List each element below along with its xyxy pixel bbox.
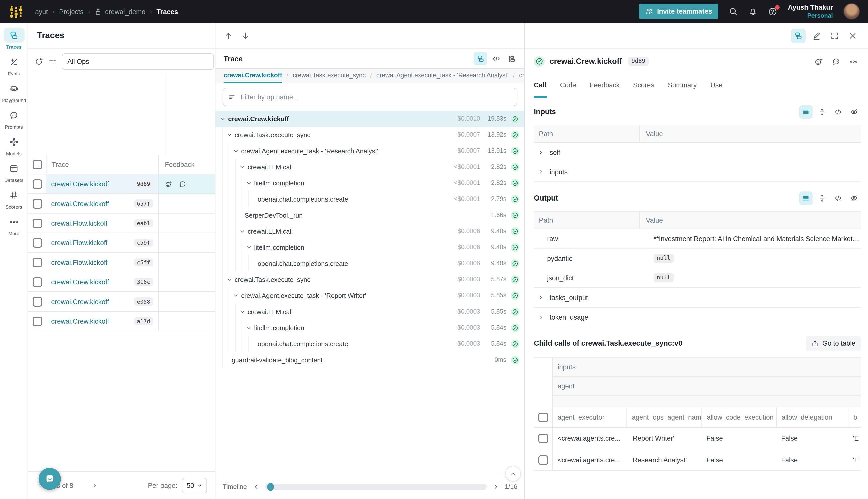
call-tree-node[interactable]: crewai.Agent.execute_task - 'Research An… bbox=[215, 143, 524, 159]
row-checkbox[interactable] bbox=[33, 238, 42, 247]
kv-row[interactable]: self bbox=[534, 143, 861, 162]
add-comment-button[interactable] bbox=[179, 180, 186, 188]
timeline-slider[interactable] bbox=[265, 484, 486, 490]
collapse-toggle[interactable] bbox=[220, 115, 227, 122]
tab-feedback[interactable]: Feedback bbox=[590, 74, 620, 98]
wandb-logo-icon[interactable] bbox=[8, 4, 25, 19]
row-checkbox[interactable] bbox=[538, 434, 548, 443]
expand-row-button[interactable] bbox=[538, 149, 546, 155]
column-header[interactable]: b bbox=[848, 407, 861, 427]
sidebar-item-prompts[interactable]: Prompts bbox=[1, 108, 27, 130]
expand-row-button[interactable] bbox=[538, 314, 546, 320]
prev-trace-button[interactable] bbox=[224, 32, 233, 40]
column-settings-button[interactable] bbox=[48, 57, 57, 65]
call-tree-node[interactable]: SerperDevTool._run1.66s bbox=[215, 207, 524, 223]
sidebar-item-playground[interactable]: Playground bbox=[1, 81, 27, 103]
call-tree-node[interactable]: openai.chat.completions.create$0.00035.8… bbox=[215, 336, 524, 352]
column-header[interactable]: allow_delegation bbox=[776, 407, 848, 427]
collapse-toggle[interactable] bbox=[233, 292, 240, 299]
call-tree-node[interactable]: crewai.Task.execute_sync$0.000713.92s bbox=[215, 126, 524, 143]
notifications-button[interactable] bbox=[749, 7, 758, 16]
row-checkbox[interactable] bbox=[33, 316, 42, 326]
trace-link[interactable]: crewai.Crew.kickoff bbox=[51, 298, 109, 305]
tree-view-button[interactable] bbox=[791, 28, 806, 43]
per-page-select[interactable]: 50 bbox=[182, 478, 207, 493]
hide-values-button[interactable] bbox=[847, 105, 861, 118]
kv-row[interactable]: raw**Investment Report: AI in Chemical a… bbox=[534, 229, 861, 249]
tab-use[interactable]: Use bbox=[710, 74, 722, 98]
call-tree-node[interactable]: litellm.completion$0.00035.84s bbox=[215, 320, 524, 336]
table-row[interactable]: crewai.Crew.kickoff9d89 bbox=[28, 174, 215, 194]
expand-rows-button[interactable] bbox=[815, 105, 829, 118]
row-checkbox[interactable] bbox=[33, 257, 42, 267]
row-checkbox[interactable] bbox=[33, 199, 42, 208]
call-tree-node[interactable]: crewai.Crew.kickoff$0.001019.83s bbox=[215, 111, 524, 126]
trace-link[interactable]: crewai.Crew.kickoff bbox=[51, 317, 109, 325]
trace-link[interactable]: crewai.Crew.kickoff bbox=[51, 180, 109, 188]
table-row[interactable]: crewai.Flow.kickoffc5ff bbox=[28, 253, 215, 272]
expand-rows-button[interactable] bbox=[815, 191, 829, 205]
column-header[interactable]: agent_executor bbox=[552, 407, 627, 427]
tab-summary[interactable]: Summary bbox=[668, 74, 697, 98]
call-tree-node[interactable]: crewai.Task.execute_sync$0.00035.87s bbox=[215, 271, 524, 288]
row-checkbox[interactable] bbox=[33, 179, 42, 189]
go-to-table-button[interactable]: Go to table bbox=[806, 336, 861, 351]
column-header[interactable]: allow_code_execution bbox=[701, 407, 776, 427]
kv-row[interactable]: tasks_output bbox=[534, 288, 861, 307]
row-checkbox[interactable] bbox=[33, 218, 42, 228]
trace-link[interactable]: crewai.Flow.kickoff bbox=[51, 258, 108, 266]
close-button[interactable] bbox=[845, 28, 860, 43]
collapse-toggle[interactable] bbox=[246, 180, 254, 186]
sidebar-item-scorers[interactable]: Scorers bbox=[1, 187, 27, 209]
next-page-button[interactable] bbox=[91, 482, 98, 489]
sidebar-item-evals[interactable]: Evals bbox=[1, 54, 27, 76]
select-all-checkbox[interactable] bbox=[538, 412, 548, 422]
row-checkbox[interactable] bbox=[538, 455, 548, 465]
list-view-button[interactable] bbox=[799, 105, 813, 118]
call-tree-node[interactable]: guardrail-validate_blog_content0ms bbox=[215, 352, 524, 368]
json-view-button[interactable] bbox=[831, 191, 845, 205]
trace-link[interactable]: crewai.Crew.kickoff bbox=[51, 278, 109, 286]
table-row[interactable]: crewai.Crew.kickoffe058 bbox=[28, 292, 215, 312]
breadcrumb-entity[interactable]: ayut bbox=[35, 8, 48, 15]
collapse-toggle[interactable] bbox=[239, 308, 247, 315]
expand-row-button[interactable] bbox=[538, 169, 546, 175]
call-tree-node[interactable]: litellm.completion$0.00069.40s bbox=[215, 239, 524, 255]
breadcrumb-projects[interactable]: Projects bbox=[59, 8, 84, 15]
table-row[interactable]: crewai.Crew.kickoff316c bbox=[28, 272, 215, 292]
trace-crumb-tab[interactable]: crewai.LLM.cal bbox=[519, 69, 524, 83]
list-view-button[interactable] bbox=[799, 191, 813, 205]
child-call-row[interactable]: <crewai.agents.cre...'Research Analyst'F… bbox=[534, 449, 861, 471]
call-tree-node[interactable]: crewai.Agent.execute_task - 'Report Writ… bbox=[215, 288, 524, 304]
trace-link[interactable]: crewai.Crew.kickoff bbox=[51, 200, 109, 207]
trace-crumb-tab[interactable]: crewai.Task.execute_sync bbox=[293, 69, 366, 83]
tree-view-button[interactable] bbox=[474, 52, 487, 65]
add-comment-button[interactable] bbox=[832, 57, 840, 65]
search-button[interactable] bbox=[729, 7, 738, 16]
op-filter-input[interactable] bbox=[239, 93, 512, 101]
edit-button[interactable] bbox=[809, 28, 824, 43]
child-call-row[interactable]: <crewai.agents.cre...'Report Writer'Fals… bbox=[534, 428, 861, 449]
row-checkbox[interactable] bbox=[33, 277, 42, 287]
breadcrumb-project[interactable]: crewai_demo bbox=[95, 8, 146, 15]
row-checkbox[interactable] bbox=[33, 297, 42, 306]
flame-view-button[interactable] bbox=[505, 52, 518, 65]
trace-column-header[interactable]: Trace bbox=[46, 155, 158, 174]
avatar[interactable] bbox=[843, 3, 860, 20]
collapse-toggle[interactable] bbox=[246, 244, 254, 251]
table-row[interactable]: crewai.Flow.kickoffc59f bbox=[28, 233, 215, 253]
help-button[interactable] bbox=[768, 7, 777, 16]
table-row[interactable]: crewai.Flow.kickoffeab1 bbox=[28, 214, 215, 233]
timeline-next-button[interactable] bbox=[492, 483, 499, 490]
json-view-button[interactable] bbox=[831, 105, 845, 118]
kv-row[interactable]: pydanticnull bbox=[534, 249, 861, 268]
call-tree-node[interactable]: crewai.LLM.call$0.00035.85s bbox=[215, 304, 524, 320]
sidebar-item-more[interactable]: More bbox=[1, 214, 27, 236]
sidebar-item-traces[interactable]: Traces bbox=[1, 28, 27, 50]
expand-row-button[interactable] bbox=[538, 294, 546, 301]
add-reaction-button[interactable] bbox=[165, 180, 172, 188]
collapse-toggle[interactable] bbox=[226, 131, 234, 138]
ops-filter-select[interactable]: All Ops bbox=[62, 53, 214, 70]
collapse-toggle[interactable] bbox=[233, 147, 240, 154]
chat-widget-button[interactable] bbox=[39, 468, 61, 490]
